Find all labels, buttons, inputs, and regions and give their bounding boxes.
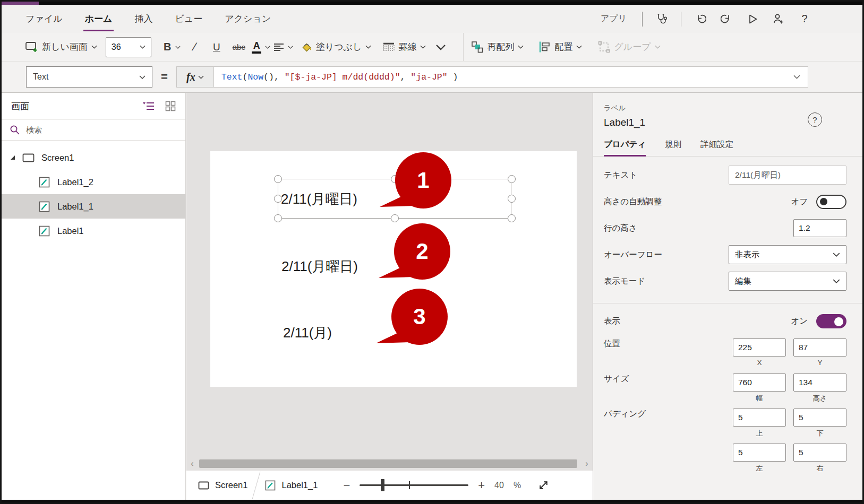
breadcrumb-screen[interactable]: Screen1 — [198, 480, 256, 490]
artboard[interactable]: 2/11(月曜日) 2/11(月曜日) 2/11(月) 1 2 — [210, 151, 577, 387]
search-box[interactable]: 検索 — [2, 119, 185, 141]
font-color-button[interactable]: A — [250, 41, 272, 54]
svg-text:3: 3 — [413, 304, 425, 329]
panel-help-icon[interactable]: ? — [808, 112, 822, 127]
scroll-right-icon[interactable]: › — [581, 459, 593, 468]
menu-right-group: アプリ — [601, 12, 811, 27]
undo-icon[interactable] — [694, 12, 707, 26]
tree-item-screen1[interactable]: Screen1 — [2, 145, 185, 170]
fx-button[interactable]: fx — [176, 66, 213, 88]
window-bottom-strip — [2, 500, 862, 502]
screen-icon — [198, 481, 209, 490]
tab-properties[interactable]: プロパティ — [604, 139, 646, 156]
breadcrumb-control[interactable]: Label1_1 — [265, 480, 326, 491]
resize-handle[interactable] — [508, 214, 516, 222]
border-button[interactable]: 罫線 — [383, 41, 426, 53]
visible-toggle[interactable] — [816, 314, 846, 328]
expand-triangle-icon[interactable] — [10, 155, 15, 160]
text-align-button[interactable] — [272, 43, 295, 51]
resize-handle[interactable] — [508, 195, 516, 203]
auto-height-toggle[interactable] — [816, 195, 846, 209]
screens-panel-title: 画面 — [11, 100, 29, 112]
padding-left-input[interactable]: 5 — [733, 444, 786, 462]
divider — [463, 33, 464, 61]
scroll-left-icon[interactable]: ‹ — [186, 459, 198, 468]
canvas-area: 2/11(月曜日) 2/11(月曜日) 2/11(月) 1 2 — [186, 93, 593, 500]
font-size-select[interactable]: 36 — [106, 37, 151, 57]
size-width-input[interactable]: 760 — [733, 373, 786, 392]
canvas-label-3[interactable]: 2/11(月) — [283, 323, 332, 342]
zoom-slider-thumb[interactable] — [381, 479, 384, 491]
overflow-dropdown[interactable]: 非表示 — [729, 245, 846, 264]
menu-insert[interactable]: 挿入 — [134, 13, 152, 25]
padding-right-input[interactable]: 5 — [793, 444, 846, 462]
position-x-input[interactable]: 225 — [733, 338, 786, 357]
property-select-value: Text — [33, 72, 48, 82]
size-label: サイズ — [604, 373, 629, 385]
italic-button[interactable]: / — [183, 41, 206, 53]
resize-handle[interactable] — [274, 214, 282, 222]
resize-handle[interactable] — [508, 175, 516, 183]
toolbar-overflow-chevron-icon[interactable] — [435, 44, 446, 50]
chevron-down-icon — [288, 46, 293, 49]
grid-view-icon[interactable] — [165, 101, 176, 111]
tab-rules[interactable]: 規則 — [665, 139, 681, 156]
menu-action[interactable]: アクション — [225, 13, 271, 25]
share-person-icon[interactable] — [772, 12, 785, 26]
menu-home[interactable]: ホーム — [85, 13, 113, 25]
display-mode-dropdown[interactable]: 編集 — [729, 272, 846, 291]
new-screen-button[interactable]: 新しい画面 — [25, 41, 97, 53]
chevron-down-icon — [265, 46, 270, 49]
formula-input[interactable]: Text(Now(), "[$-ja-JP] m/dd(dddd)", "ja-… — [213, 66, 808, 88]
padding-top-input[interactable]: 5 — [733, 409, 786, 427]
resize-handle[interactable] — [274, 175, 282, 183]
canvas-label-1[interactable]: 2/11(月曜日) — [281, 189, 357, 208]
underline-button[interactable]: U — [206, 41, 228, 53]
tab-advanced[interactable]: 詳細設定 — [700, 139, 733, 156]
divider — [593, 303, 862, 303]
fullscreen-expand-icon[interactable] — [538, 480, 549, 491]
position-y-input[interactable]: 87 — [793, 338, 846, 357]
menu-view[interactable]: ビュー — [175, 13, 202, 25]
resize-handle[interactable] — [391, 214, 399, 222]
app-checker-icon[interactable] — [655, 12, 669, 26]
strikethrough-button[interactable]: abc — [228, 42, 250, 51]
position-label: 位置 — [604, 338, 620, 350]
auto-height-label: 高さの自動調整 — [604, 196, 662, 207]
zoom-in-button[interactable]: + — [478, 479, 485, 492]
label-pencil-icon — [39, 201, 50, 212]
scrollbar-track[interactable] — [198, 459, 581, 468]
row-padding-left-right: 5 左 5 右 — [604, 439, 846, 474]
text-property-input[interactable]: 2/11(月曜日) — [729, 166, 846, 185]
tree-view-icon[interactable] — [142, 101, 155, 111]
zoom-slider[interactable] — [360, 484, 468, 486]
group-button: グループ — [598, 41, 660, 53]
tree-item-label1-2[interactable]: Label1_2 — [2, 170, 185, 194]
display-mode-label: 表示モード — [604, 276, 645, 287]
zoom-out-button[interactable]: − — [343, 479, 350, 492]
toggle-knob — [820, 198, 827, 205]
font-size-value: 36 — [112, 42, 121, 52]
overflow-label: オーバーフロー — [604, 249, 662, 260]
scrollbar-thumb[interactable] — [199, 459, 577, 468]
redo-icon[interactable] — [720, 12, 733, 26]
property-select[interactable]: Text — [26, 66, 152, 88]
auto-height-state: オフ — [791, 196, 808, 207]
help-icon[interactable]: ? — [798, 12, 811, 26]
tree-item-label1-1[interactable]: Label1_1 — [2, 194, 185, 219]
svg-text:1: 1 — [417, 168, 429, 193]
group-label: グループ — [614, 41, 651, 53]
formula-expand-chevron-icon[interactable] — [793, 75, 800, 79]
size-height-input[interactable]: 134 — [793, 373, 846, 392]
padding-bottom-input[interactable]: 5 — [793, 409, 846, 427]
horizontal-scrollbar[interactable]: ‹ › — [186, 457, 593, 470]
reorder-button[interactable]: 再配列 — [471, 41, 524, 53]
bold-button[interactable]: B — [161, 41, 183, 53]
canvas-label-2[interactable]: 2/11(月曜日) — [281, 257, 358, 276]
line-height-input[interactable]: 1.2 — [793, 219, 846, 237]
menu-file[interactable]: ファイル — [25, 13, 63, 25]
align-button[interactable]: 配置 — [538, 41, 582, 53]
tree-item-label1[interactable]: Label1 — [2, 219, 185, 243]
play-preview-icon[interactable] — [746, 12, 759, 26]
fill-button[interactable]: 塗りつぶし — [301, 41, 372, 53]
